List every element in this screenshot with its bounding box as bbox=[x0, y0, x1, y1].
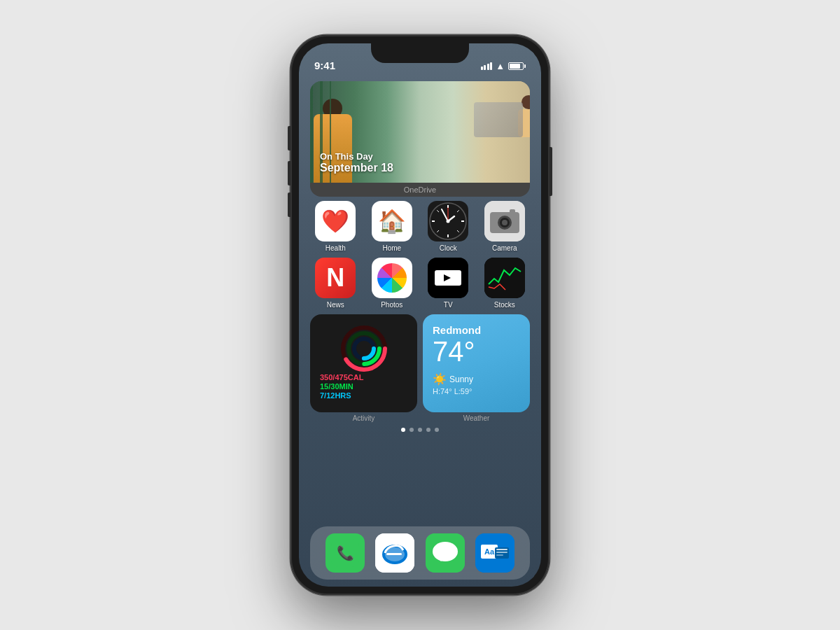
status-icons: ▲ bbox=[481, 61, 526, 71]
svg-rect-22 bbox=[484, 258, 525, 298]
weather-condition: ☀️ Sunny bbox=[433, 372, 520, 386]
page-dot-2[interactable] bbox=[410, 428, 414, 432]
wifi-icon: ▲ bbox=[496, 61, 505, 71]
dock-outlook[interactable]: Aa bbox=[475, 533, 514, 573]
dock-phone[interactable]: 📞 bbox=[326, 533, 365, 573]
svg-rect-43 bbox=[496, 552, 507, 553]
screen-content: On This Day September 18 OneDrive ❤️ Hea… bbox=[299, 74, 541, 587]
camera-svg bbox=[484, 201, 525, 241]
photos-icon-img bbox=[372, 258, 412, 298]
app-grid-row1: ❤️ Health 🏠 Home bbox=[310, 201, 530, 252]
page-dot-1[interactable] bbox=[401, 428, 405, 432]
weather-widget-container: Redmond 74° ☀️ Sunny H:74° L:59° Weather bbox=[423, 314, 530, 422]
svg-rect-42 bbox=[496, 549, 507, 550]
stocks-icon-img bbox=[484, 258, 525, 298]
app-clock[interactable]: Clock bbox=[423, 201, 474, 252]
outlook-dock-icon: Aa bbox=[475, 533, 514, 573]
app-photos[interactable]: Photos bbox=[367, 258, 418, 309]
activity-stats: 350/475CAL 15/30MIN 7/12HRS bbox=[320, 373, 407, 400]
dock: 📞 bbox=[310, 526, 530, 580]
status-time: 9:41 bbox=[314, 59, 335, 71]
activity-stat-hrs: 7/12HRS bbox=[320, 391, 407, 400]
health-heart-icon: ❤️ bbox=[321, 208, 349, 234]
photos-pinwheel-icon bbox=[377, 263, 407, 293]
health-label: Health bbox=[326, 244, 346, 252]
weather-widget-label: Weather bbox=[423, 414, 530, 422]
edge-dock-icon bbox=[375, 533, 414, 573]
app-camera[interactable]: Camera bbox=[479, 201, 531, 252]
news-label: News bbox=[327, 301, 344, 309]
home-icon-img: 🏠 bbox=[372, 201, 412, 241]
activity-widget-container: 350/475CAL 15/30MIN 7/12HRS Activity bbox=[310, 314, 417, 422]
news-n-icon: N bbox=[315, 258, 356, 298]
tv-icon-img bbox=[428, 258, 468, 298]
page-dot-3[interactable] bbox=[418, 428, 422, 432]
widget-row: 350/475CAL 15/30MIN 7/12HRS Activity Red… bbox=[310, 314, 530, 422]
onedrive-photo: On This Day September 18 bbox=[310, 81, 530, 183]
tv-svg bbox=[428, 258, 468, 298]
activity-widget-label: Activity bbox=[310, 414, 417, 422]
signal-icon bbox=[481, 62, 493, 70]
svg-rect-44 bbox=[496, 554, 503, 556]
onedrive-overlay-text: On This Day September 18 bbox=[320, 151, 393, 174]
camera-icon-img bbox=[484, 201, 525, 241]
health-icon-img: ❤️ bbox=[315, 201, 356, 241]
stocks-svg bbox=[484, 258, 525, 298]
activity-rings-svg bbox=[340, 324, 388, 373]
onedrive-label: OneDrive bbox=[310, 183, 530, 197]
weather-widget[interactable]: Redmond 74° ☀️ Sunny H:74° L:59° bbox=[423, 314, 530, 412]
home-house-icon: 🏠 bbox=[378, 208, 406, 234]
notch bbox=[371, 43, 469, 63]
app-grid-row2: N News Photos bbox=[310, 258, 530, 309]
svg-text:📞: 📞 bbox=[336, 545, 354, 561]
app-stocks[interactable]: Stocks bbox=[479, 258, 531, 309]
clock-icon-img bbox=[428, 201, 468, 241]
page-dot-5[interactable] bbox=[435, 428, 439, 432]
svg-point-12 bbox=[447, 220, 450, 223]
phone-frame: 9:41 ▲ bbox=[290, 35, 550, 595]
onedrive-widget[interactable]: On This Day September 18 OneDrive bbox=[310, 81, 530, 197]
page-dot-4[interactable] bbox=[426, 428, 430, 432]
clock-label: Clock bbox=[440, 244, 457, 252]
app-tv[interactable]: TV bbox=[423, 258, 474, 309]
svg-rect-34 bbox=[386, 553, 402, 555]
activity-widget[interactable]: 350/475CAL 15/30MIN 7/12HRS bbox=[310, 314, 417, 412]
weather-temp: 74° bbox=[433, 337, 520, 365]
page-dots bbox=[310, 428, 530, 432]
clock-face-svg bbox=[428, 201, 468, 241]
svg-point-36 bbox=[433, 542, 458, 561]
photos-label: Photos bbox=[381, 301, 402, 309]
phone-screen: 9:41 ▲ bbox=[299, 43, 541, 587]
messages-dock-icon bbox=[426, 533, 465, 573]
weather-city: Redmond bbox=[433, 324, 520, 336]
activity-stat-min: 15/30MIN bbox=[320, 382, 407, 391]
activity-stat-cal: 350/475CAL bbox=[320, 373, 407, 382]
home-label: Home bbox=[382, 244, 401, 252]
app-health[interactable]: ❤️ Health bbox=[310, 201, 361, 252]
svg-text:Aa: Aa bbox=[484, 547, 495, 556]
sun-icon: ☀️ bbox=[433, 372, 447, 386]
app-home[interactable]: 🏠 Home bbox=[367, 201, 418, 252]
svg-point-17 bbox=[502, 220, 507, 225]
tv-label: TV bbox=[444, 301, 453, 309]
news-icon-img: N bbox=[315, 258, 356, 298]
app-news[interactable]: N News bbox=[310, 258, 361, 309]
camera-label: Camera bbox=[492, 244, 517, 252]
dock-edge[interactable] bbox=[375, 533, 414, 573]
battery-icon bbox=[508, 62, 526, 70]
dock-messages[interactable] bbox=[426, 533, 465, 573]
stocks-label: Stocks bbox=[494, 301, 515, 309]
svg-rect-18 bbox=[510, 209, 515, 214]
weather-hilo: H:74° L:59° bbox=[433, 387, 520, 396]
phone-dock-icon: 📞 bbox=[331, 539, 359, 567]
